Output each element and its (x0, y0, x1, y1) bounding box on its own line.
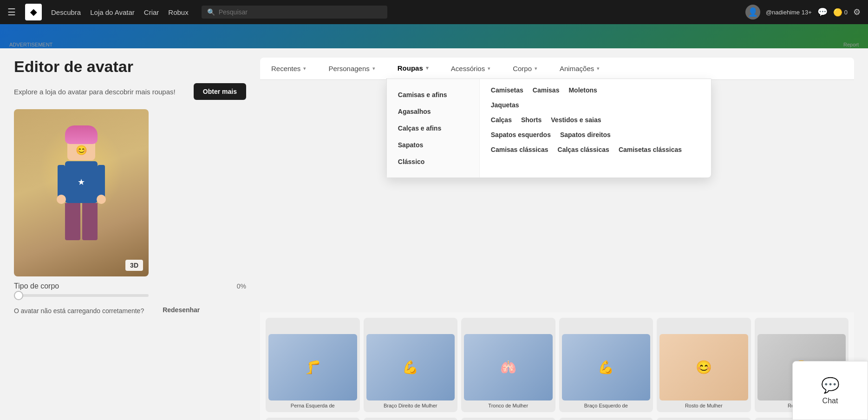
ad-banner: ADVERTISEMENT Report (0, 24, 868, 48)
avatar-body: ★ (65, 161, 98, 203)
nav-link-avatar-shop[interactable]: Loja do Avatar (90, 8, 135, 16)
dropdown-link-moletons[interactable]: Moletons (568, 86, 597, 94)
tab-personagens[interactable]: Personagens ▾ (317, 58, 386, 79)
explore-banner: Explore a loja do avatar para descobrir … (14, 83, 246, 100)
search-icon: 🔍 (207, 8, 215, 16)
tab-acessorios[interactable]: Acessórios ▾ (440, 58, 502, 79)
item-grid-row1: 🦵 Perna Esquerda de 💪 Braço Direito de M… (260, 312, 854, 418)
avatar-icon[interactable]: 👤 (745, 5, 760, 20)
robux-display: 🟡 0 (833, 8, 848, 17)
dropdown-link-calcas-classicas[interactable]: Calças clássicas (558, 146, 609, 153)
grid-item-braco-esquerdo[interactable]: 💪 Braço Esquerdo de (559, 318, 653, 412)
grid-item-hair-black[interactable]: 💇 (559, 418, 653, 420)
avatar-head: 😊 (67, 132, 95, 160)
chevron-personagens-icon: ▾ (372, 66, 375, 72)
username-display: @nadiehime 13+ (766, 9, 812, 16)
obter-mais-button[interactable]: Obter mais (194, 83, 246, 100)
rosto-image: 😊 (659, 334, 748, 400)
chevron-roupas-icon: ▾ (426, 65, 429, 71)
nav-link-robux[interactable]: Robux (168, 8, 188, 16)
tronco-image: 🫁 (464, 334, 553, 400)
roupas-dropdown: Camisas e afins Agasalhos Calças e afins… (386, 79, 711, 178)
grid-item-smiley[interactable]: 😀 (266, 418, 360, 420)
grid-item-rosto-mulher[interactable]: 😊 Rosto de Mulher (657, 318, 751, 412)
item-grid-row2: 😀 🙂 💇 💇 💇 💇 (260, 418, 854, 420)
explore-text: Explore a loja do avatar para descobrir … (14, 88, 184, 96)
main-content: Editor de avatar Explore a loja do avata… (0, 48, 868, 420)
braco-direito-label: Braço Direito de Mulher (384, 402, 437, 409)
chevron-recentes-icon: ▾ (303, 66, 306, 72)
dropdown-link-camisas[interactable]: Camisas (533, 86, 560, 94)
dropdown-link-camisas-classicas[interactable]: Camisas clássicas (491, 146, 548, 153)
dropdown-link-calcas[interactable]: Calças (491, 116, 512, 124)
dropdown-link-vestidos[interactable]: Vestidos e saias (551, 116, 601, 124)
perna-esquerda-image: 🦵 (268, 334, 357, 400)
tab-animacoes[interactable]: Animações ▾ (548, 58, 611, 79)
chat-button[interactable]: 💬 Chat (792, 361, 868, 420)
right-panel: Recentes ▾ Personagens ▾ Roupas ▾ Camisa… (260, 58, 854, 420)
dropdown-link-sapatos-dir[interactable]: Sapatos direitos (560, 131, 611, 138)
grid-item-perna-esquerda[interactable]: 🦵 Perna Esquerda de (266, 318, 360, 412)
chevron-acessorios-icon: ▾ (488, 66, 490, 72)
avatar-arm-left (58, 165, 65, 197)
avatar-pants (65, 203, 98, 240)
tab-roupas[interactable]: Roupas ▾ Camisas e afins Agasalhos Calça… (386, 58, 440, 79)
hamburger-icon[interactable]: ☰ (7, 7, 16, 18)
avatar-error-section: O avatar não está carregando corretament… (14, 306, 246, 316)
perna-esquerda-label: Perna Esquerda de (291, 402, 335, 409)
chat-label: Chat (822, 397, 838, 405)
dropdown-sapatos[interactable]: Sapatos (387, 137, 479, 153)
search-input[interactable] (219, 8, 382, 16)
body-type-row: Tipo de corpo 0% (14, 282, 246, 290)
search-bar: 🔍 (202, 6, 387, 19)
avatar-preview: 😊 ★ 3D (14, 109, 149, 276)
dropdown-row-camisetas: Camisetas Camisas Moletons (491, 86, 700, 94)
dropdown-left-column: Camisas e afins Agasalhos Calças e afins… (387, 79, 480, 177)
dropdown-link-sapatos-esq[interactable]: Sapatos esquerdos (491, 131, 551, 138)
chevron-animacoes-icon: ▾ (597, 66, 600, 72)
grid-item-hair-pink[interactable]: 💇 (461, 418, 555, 420)
settings-icon[interactable]: ⚙ (853, 7, 861, 17)
nav-link-discover[interactable]: Descubra (51, 8, 81, 16)
roblox-logo[interactable]: ◆ (25, 4, 42, 20)
avatar-star-icon: ★ (78, 177, 85, 187)
ad-report-link[interactable]: Report (843, 42, 859, 47)
avatar-face: 😊 (72, 139, 91, 160)
avatar-3d-badge[interactable]: 3D (125, 260, 143, 271)
dropdown-agasalhos[interactable]: Agasalhos (387, 103, 479, 120)
dropdown-link-jaquetas[interactable]: Jaquetas (491, 101, 519, 109)
rosto-label: Rosto de Mulher (685, 402, 723, 409)
chat-icon: 💬 (821, 376, 840, 394)
tronco-label: Tronco de Mulher (488, 402, 528, 409)
top-navigation: ☰ ◆ Descubra Loja do Avatar Criar Robux … (0, 0, 868, 24)
body-type-slider[interactable] (14, 294, 149, 297)
body-type-label: Tipo de corpo (14, 282, 59, 290)
dropdown-row-classico: Camisas clássicas Calças clássicas Camis… (491, 146, 700, 153)
avatar-hand-right (97, 195, 106, 204)
dropdown-link-camisetas-classicas[interactable]: Camisetas clássicas (619, 146, 682, 153)
chat-nav-icon[interactable]: 💬 (817, 7, 828, 17)
page-title: Editor de avatar (14, 58, 246, 76)
chevron-corpo-icon: ▾ (535, 66, 537, 72)
grid-item-hair-orange[interactable]: 💇 (657, 418, 751, 420)
tab-recentes[interactable]: Recentes ▾ (260, 58, 317, 79)
braco-direito-image: 💪 (366, 334, 455, 400)
avatar-error-text: O avatar não está carregando corretament… (14, 306, 144, 316)
dropdown-calcas-afins[interactable]: Calças e afins (387, 120, 479, 137)
braco-esquerdo-image: 💪 (562, 334, 651, 400)
grid-item-round-dark[interactable]: 🙂 (364, 418, 458, 420)
dropdown-row-calcas: Calças Shorts Vestidos e saias (491, 116, 700, 124)
dropdown-camisas-afins[interactable]: Camisas e afins (387, 86, 479, 103)
dropdown-classico[interactable]: Clássico (387, 153, 479, 170)
nav-link-create[interactable]: Criar (144, 8, 159, 16)
grid-item-braco-direito[interactable]: 💪 Braço Direito de Mulher (364, 318, 458, 412)
grid-item-tronco[interactable]: 🫁 Tronco de Mulher (461, 318, 555, 412)
dropdown-link-shorts[interactable]: Shorts (521, 116, 542, 124)
nav-right-section: 👤 @nadiehime 13+ 💬 🟡 0 ⚙ (745, 5, 861, 20)
redesenhar-button[interactable]: Redesenhar (163, 306, 200, 314)
left-panel: Editor de avatar Explore a loja do avata… (14, 58, 246, 420)
tab-corpo[interactable]: Corpo ▾ (502, 58, 548, 79)
avatar-hand-left (57, 195, 66, 204)
slider-thumb[interactable] (14, 291, 23, 300)
dropdown-link-camisetas[interactable]: Camisetas (491, 86, 523, 94)
